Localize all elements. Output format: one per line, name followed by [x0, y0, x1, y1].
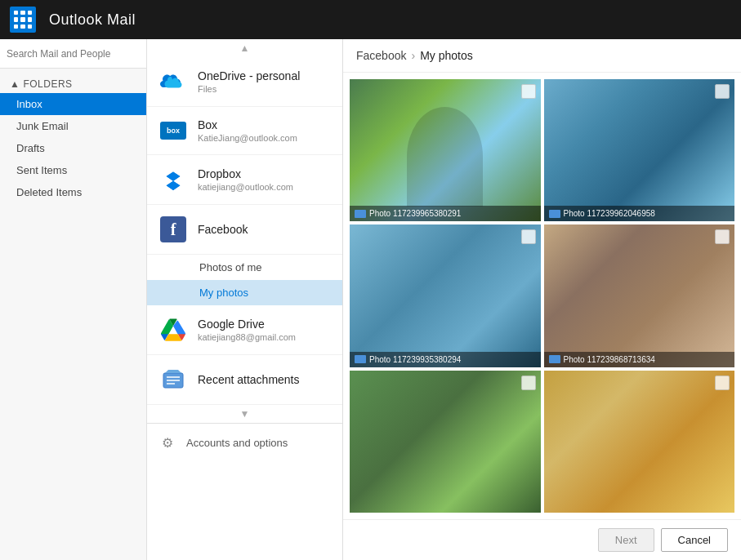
sidebar-item-deleted[interactable]: Deleted Items [0, 181, 146, 203]
sidebar-item-drafts[interactable]: Drafts [0, 137, 146, 159]
cloud-item-facebook[interactable]: f Facebook [147, 205, 342, 255]
svg-marker-2 [167, 181, 181, 190]
sidebar-item-inbox[interactable]: Inbox [0, 93, 146, 115]
search-input[interactable] [7, 48, 140, 60]
photo-check-4[interactable] [715, 229, 730, 244]
dropbox-email: katiejiang@outlook.com [198, 182, 329, 192]
cancel-button[interactable]: Cancel [661, 528, 728, 552]
box-email: KatieJiang@outlook.com [198, 133, 329, 143]
gdrive-info: Google Drive katiejiang88@gmail.com [198, 318, 329, 342]
breadcrumb-current: My photos [420, 49, 473, 62]
photo-label-text-4: Photo 117239868713634 [564, 355, 655, 364]
sidebar-item-junk[interactable]: Junk Email [0, 115, 146, 137]
svg-marker-1 [167, 171, 181, 180]
photo-cell-5[interactable] [350, 371, 541, 513]
main-layout: ▲ Folders Inbox Junk Email Drafts Sent I… [0, 39, 741, 560]
folders-header: ▲ Folders [0, 75, 146, 93]
gdrive-icon [160, 317, 186, 343]
recent-info: Recent attachments [198, 373, 329, 386]
photo-cell-2[interactable]: Photo 117239962046958 [544, 79, 735, 221]
breadcrumb: Facebook › My photos [343, 39, 741, 73]
facebook-info: Facebook [198, 223, 329, 236]
breadcrumb-separator: › [411, 49, 415, 62]
photo-check-2[interactable] [715, 84, 730, 99]
facebook-name: Facebook [198, 223, 329, 236]
photo-label-icon-4 [549, 355, 560, 363]
onedrive-sub: Files [198, 84, 329, 94]
dropbox-info: Dropbox katiejiang@outlook.com [198, 167, 329, 192]
gdrive-name: Google Drive [198, 318, 329, 331]
cloud-item-recent[interactable]: Recent attachments [147, 355, 342, 405]
recent-name: Recent attachments [198, 373, 329, 386]
gdrive-email: katiejiang88@gmail.com [198, 332, 329, 342]
photo-panel: Facebook › My photos Photo 1172399653802… [343, 39, 741, 560]
recent-icon [160, 367, 186, 393]
photo-label-icon-1 [355, 210, 366, 218]
facebook-my-photos[interactable]: My photos [147, 280, 342, 305]
scroll-down-arrow[interactable]: ▼ [147, 405, 342, 423]
photo-cell-4[interactable]: Photo 117239868713634 [544, 224, 735, 367]
search-bar[interactable] [0, 39, 146, 69]
onedrive-icon [160, 69, 186, 95]
cloud-panel: ▲ OneDrive - personal Files box Box Kati… [147, 39, 343, 560]
photo-check-1[interactable] [521, 84, 536, 99]
accounts-options-item[interactable]: ⚙ Accounts and options [147, 423, 342, 461]
photo-cell-6[interactable] [544, 371, 735, 513]
app-grid-icon[interactable] [10, 7, 36, 33]
photo-cell-1[interactable]: Photo 117239965380291 [350, 79, 541, 221]
facebook-photos-of-me[interactable]: Photos of me [147, 255, 342, 280]
sidebar-item-sent[interactable]: Sent Items [0, 159, 146, 181]
app-title: Outlook Mail [49, 11, 136, 29]
photo-check-6[interactable] [715, 376, 730, 390]
onedrive-name: OneDrive - personal [198, 69, 329, 82]
dropbox-name: Dropbox [198, 167, 329, 180]
photo-label-2: Photo 117239962046958 [544, 206, 735, 221]
photo-label-1: Photo 117239965380291 [350, 206, 541, 221]
folders-label: Folders [23, 78, 72, 90]
box-info: Box KatieJiang@outlook.com [198, 118, 329, 143]
box-name: Box [198, 118, 329, 131]
dropbox-icon [160, 167, 186, 193]
photo-grid: Photo 117239965380291 Photo 117239962046… [343, 73, 741, 519]
photo-label-text-2: Photo 117239962046958 [564, 209, 655, 218]
facebook-icon: f [160, 216, 186, 242]
photo-label-icon-3 [355, 355, 366, 363]
breadcrumb-parent: Facebook [356, 49, 406, 62]
cloud-item-dropbox[interactable]: Dropbox katiejiang@outlook.com [147, 155, 342, 205]
photo-label-icon-2 [549, 210, 560, 218]
photo-label-3: Photo 117239935380294 [350, 352, 541, 367]
topbar: Outlook Mail [0, 0, 741, 39]
svg-marker-8 [165, 370, 181, 373]
action-bar: Next Cancel [343, 519, 741, 560]
folders-section: ▲ Folders Inbox Junk Email Drafts Sent I… [0, 69, 146, 210]
next-button[interactable]: Next [598, 528, 654, 552]
chevron-up-icon: ▲ [10, 78, 20, 90]
onedrive-info: OneDrive - personal Files [198, 69, 329, 94]
scroll-up-arrow[interactable]: ▲ [147, 39, 342, 57]
photo-cell-3[interactable]: Photo 117239935380294 [350, 224, 541, 367]
cloud-item-box[interactable]: box Box KatieJiang@outlook.com [147, 107, 342, 155]
gear-icon: ⚙ [160, 435, 175, 450]
photo-label-4: Photo 117239868713634 [544, 352, 735, 367]
photo-check-3[interactable] [521, 229, 536, 244]
accounts-options-label: Accounts and options [186, 437, 288, 449]
cloud-item-onedrive[interactable]: OneDrive - personal Files [147, 57, 342, 107]
photo-check-5[interactable] [521, 376, 536, 390]
cloud-item-gdrive[interactable]: Google Drive katiejiang88@gmail.com [147, 305, 342, 355]
box-icon: box [160, 122, 186, 140]
photo-label-text-1: Photo 117239965380291 [369, 209, 461, 218]
photo-label-text-3: Photo 117239935380294 [369, 355, 461, 364]
sidebar: ▲ Folders Inbox Junk Email Drafts Sent I… [0, 39, 147, 560]
